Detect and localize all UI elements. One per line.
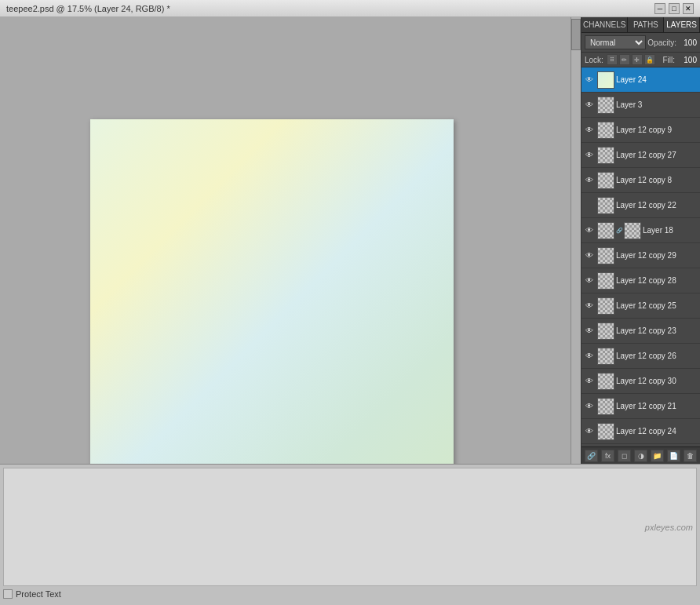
layer-name: Layer 12 copy 29 [616, 251, 698, 260]
layer-thumbnail [597, 97, 614, 114]
tab-layers[interactable]: LAYERS [664, 17, 700, 32]
layer-name: Layer 12 copy 24 [616, 427, 698, 436]
layer-name: Layer 12 copy 9 [616, 126, 698, 134]
lock-icons: ⠿ ✏ ✛ 🔒 [607, 54, 655, 65]
lock-image-btn[interactable]: ✏ [619, 54, 630, 65]
close-button[interactable]: ✕ [683, 3, 694, 14]
protect-text-checkbox[interactable] [3, 589, 13, 599]
layer-item[interactable]: 👁Layer 12 copy 8 [582, 168, 700, 193]
layer-visibility-eye[interactable]: 👁 [583, 250, 596, 262]
main-layout: CHANNELS PATHS LAYERS Normal Multiply Sc… [0, 17, 700, 464]
blend-mode-select[interactable]: Normal Multiply Screen [585, 35, 646, 49]
delete-layer-btn[interactable]: 🗑 [684, 450, 697, 462]
layer-visibility-eye[interactable]: 👁 [583, 425, 596, 438]
layer-visibility-eye[interactable]: 👁 [583, 375, 596, 388]
fill-value: 100 [678, 56, 697, 64]
tab-channels[interactable]: CHANNELS [582, 17, 628, 32]
layer-name: Layer 12 copy 21 [616, 402, 698, 410]
layer-item[interactable]: 👁Layer 24 [582, 67, 700, 93]
protect-text-row: Protect Text [3, 586, 697, 602]
layer-visibility-eye[interactable]: 👁 [583, 99, 596, 111]
new-layer-btn[interactable]: 📄 [667, 450, 680, 462]
layers-list: 👁Layer 24👁Layer 3👁Layer 12 copy 9👁Layer … [582, 67, 700, 446]
layer-name: Layer 3 [616, 100, 698, 109]
layer-item[interactable]: 👁Layer 12 copy 23 [582, 319, 700, 344]
window-title: teepee2.psd @ 17.5% (Layer 24, RGB/8) * [6, 4, 170, 13]
layer-item[interactable]: 👁Layer 12 copy 30 [582, 369, 700, 394]
lock-row: Lock: ⠿ ✏ ✛ 🔒 Fill: 100 [582, 53, 700, 67]
layer-name: Layer 12 copy 22 [616, 201, 698, 210]
layer-item[interactable]: 👁Layer 12 copy 27 [582, 143, 700, 168]
layer-visibility-eye[interactable]: 👁 [583, 325, 596, 337]
fill-label: Fill: [662, 56, 675, 64]
canvas-v-scrollbar[interactable] [571, 17, 581, 464]
layer-name: Layer 12 copy 28 [616, 276, 698, 285]
layer-item[interactable]: 👁Layer 12 copy 25 [582, 293, 700, 319]
lock-transparent-btn[interactable]: ⠿ [607, 54, 618, 65]
layer-visibility-eye[interactable]: 👁 [583, 224, 596, 237]
layer-visibility-eye[interactable]: 👁 [583, 275, 596, 287]
layer-thumbnail [597, 122, 614, 139]
window-controls[interactable]: ─ □ ✕ [654, 3, 694, 14]
layer-thumbnail [597, 272, 614, 290]
bottom-panel: pxleyes.com Protect Text [0, 464, 700, 605]
title-bar: teepee2.psd @ 17.5% (Layer 24, RGB/8) * … [0, 0, 700, 17]
layer-effects-btn[interactable]: fx [601, 450, 614, 462]
new-group-btn[interactable]: 📁 [651, 450, 664, 462]
blend-mode-row: Normal Multiply Screen Opacity: 100 [582, 33, 700, 53]
layer-name: Layer 12 copy 8 [616, 176, 698, 184]
layer-visibility-eye[interactable]: 👁 [583, 74, 596, 86]
layer-mask-link: 🔗 [616, 228, 622, 234]
layer-thumbnail [597, 147, 614, 164]
layer-visibility-eye[interactable]: 👁 [583, 300, 596, 312]
layer-visibility-eye[interactable]: 👁 [583, 400, 596, 413]
layer-item[interactable]: 👁Layer 3 [582, 93, 700, 118]
protect-text-label: Protect Text [16, 589, 61, 599]
layer-thumbnail [597, 172, 614, 189]
layer-item[interactable]: 👁Layer 12 copy 9 [582, 118, 700, 143]
bottom-panel-content: pxleyes.com [3, 468, 697, 586]
tab-paths[interactable]: PATHS [628, 17, 664, 32]
layer-name: Layer 12 copy 23 [616, 326, 698, 335]
panel-tabs: CHANNELS PATHS LAYERS [582, 17, 700, 33]
layer-item[interactable]: 👁🔗Layer 18 [582, 218, 700, 243]
lock-position-btn[interactable]: ✛ [632, 54, 643, 65]
layer-visibility-eye[interactable]: 👁 [583, 174, 596, 187]
add-mask-btn[interactable]: ◻ [618, 450, 631, 462]
layer-visibility-eye[interactable]: 👁 [583, 149, 596, 162]
layers-panel: CHANNELS PATHS LAYERS Normal Multiply Sc… [581, 17, 700, 464]
watermark: pxleyes.com [645, 523, 693, 532]
layer-thumbnail [597, 197, 614, 214]
layer-thumbnail [597, 247, 614, 264]
layer-thumbnail [597, 423, 614, 440]
layer-name: Layer 24 [616, 75, 698, 84]
layer-name: Layer 18 [643, 226, 698, 235]
maximize-button[interactable]: □ [669, 3, 680, 14]
canvas-area [0, 17, 581, 464]
layer-thumbnail [597, 398, 614, 415]
opacity-label: Opacity: [647, 38, 676, 47]
layer-visibility-eye[interactable]: 👁 [583, 124, 596, 137]
adjustment-btn[interactable]: ◑ [634, 450, 647, 462]
layer-item[interactable]: 👁Layer 12 copy 24 [582, 419, 700, 444]
layer-item[interactable]: 👁Layer 12 copy 29 [582, 243, 700, 268]
layer-name: Layer 12 copy 26 [616, 352, 698, 360]
layer-thumbnail [597, 297, 614, 315]
layer-thumbnail [597, 373, 614, 390]
layer-item[interactable]: 👁Layer 12 copy 21 [582, 394, 700, 419]
layer-thumbnail [597, 71, 614, 89]
layer-item[interactable]: 👁Layer 12 copy 26 [582, 344, 700, 369]
layer-item[interactable]: 👁Layer 12 copy 28 [582, 268, 700, 293]
layer-item[interactable]: Layer 12 copy 22 [582, 193, 700, 218]
minimize-button[interactable]: ─ [654, 3, 665, 14]
layer-mask-thumbnail [624, 222, 641, 239]
link-layers-btn[interactable]: 🔗 [585, 450, 598, 462]
layer-toolbar: 🔗 fx ◻ ◑ 📁 📄 🗑 [582, 446, 700, 464]
opacity-value: 100 [678, 38, 697, 47]
layer-name: Layer 12 copy 27 [616, 151, 698, 159]
lock-all-btn[interactable]: 🔒 [644, 54, 655, 65]
layer-visibility-eye[interactable] [583, 199, 596, 212]
scrollbar-thumb[interactable] [571, 19, 581, 50]
layer-name: Layer 12 copy 25 [616, 301, 698, 310]
layer-visibility-eye[interactable]: 👁 [583, 350, 596, 363]
